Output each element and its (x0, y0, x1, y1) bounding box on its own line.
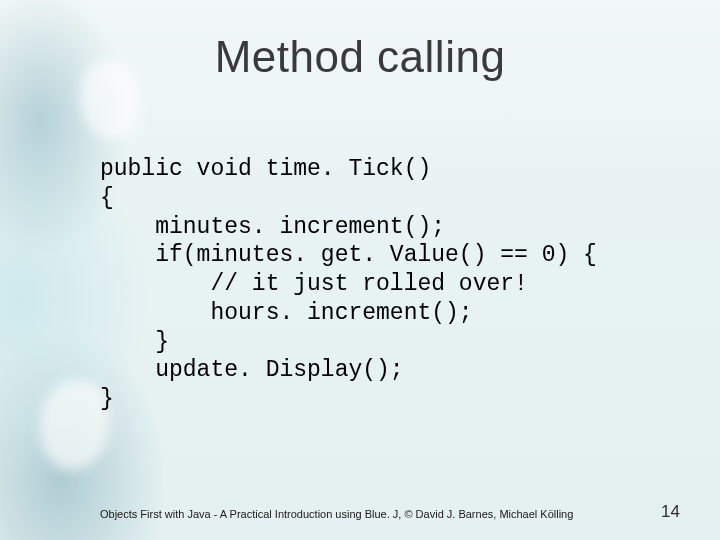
page-number: 14 (661, 502, 680, 522)
code-block: public void time. Tick() { minutes. incr… (100, 155, 597, 414)
slide: Method calling public void time. Tick() … (0, 0, 720, 540)
footer-citation: Objects First with Java - A Practical In… (100, 508, 660, 520)
slide-title: Method calling (0, 32, 720, 82)
